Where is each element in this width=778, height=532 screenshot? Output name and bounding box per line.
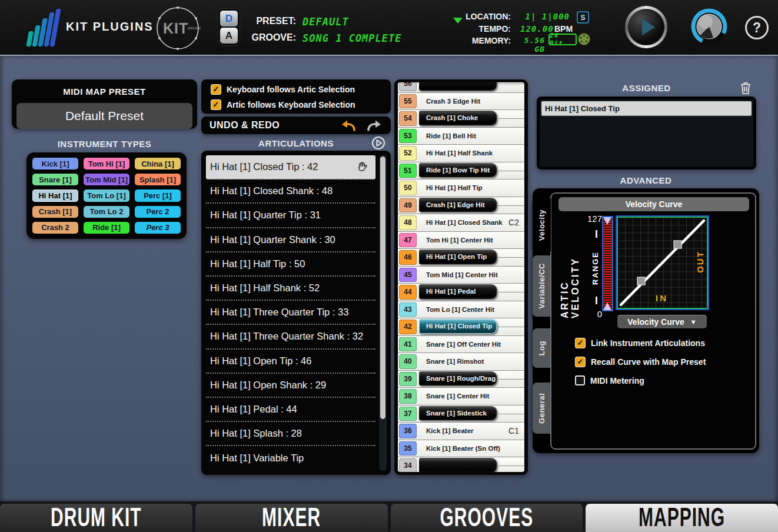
play-button[interactable]: [628, 9, 664, 45]
piano-key-38[interactable]: 38Snare [1] Center Hit: [398, 388, 524, 405]
articulation-item-hi-hat-1-quarter-shank-30[interactable]: Hi Hat [1] Quarter Shank : 30: [206, 228, 375, 252]
piano-key-47[interactable]: 47Tom Hi [1] Center Hit: [398, 232, 524, 250]
nav-tab-mapping[interactable]: MAPPING: [586, 504, 778, 532]
black-key[interactable]: [419, 458, 497, 472]
advanced-option-checkbox[interactable]: [575, 375, 585, 385]
articulation-item-hi-hat-1-half-shank-52[interactable]: Hi Hat [1] Half Shank : 52: [206, 277, 375, 301]
instrument-type-splash-1[interactable]: Splash [1]: [135, 174, 181, 185]
articulation-item-hi-hat-1-pedal-44[interactable]: Hi Hat [1] Pedal : 44: [206, 398, 375, 422]
piano-key-43[interactable]: 43Tom Lo [1] Center Hit: [398, 301, 524, 319]
preset-value[interactable]: DEFAULT: [302, 16, 349, 28]
black-key[interactable]: Crash [1] Edge Hit: [419, 198, 497, 212]
piano-key-42[interactable]: 42Hi Hat [1] Closed Tip: [398, 318, 524, 336]
piano-key-51[interactable]: 51Ride [1] Bow Tip Hit: [398, 162, 524, 180]
articulation-item-hi-hat-1-open-shank-29[interactable]: Hi Hat [1] Open Shank : 29: [206, 374, 375, 398]
instrument-type-snare-1[interactable]: Snare [1]: [32, 174, 78, 185]
black-key[interactable]: Hi Hat [1] Open Tip: [419, 250, 497, 264]
help-button[interactable]: ?: [745, 16, 769, 39]
da-converter-toggle[interactable]: D A: [218, 8, 240, 46]
follow-option-checkbox[interactable]: ✓: [211, 99, 221, 110]
piano-key-53[interactable]: 53Ride [1] Bell Hit: [398, 128, 524, 145]
redo-icon[interactable]: [366, 118, 383, 132]
piano-key-48[interactable]: 48Hi Hat [1] Closed ShankC2: [398, 214, 524, 232]
tab-velocity[interactable]: Velocity: [533, 199, 551, 251]
nav-tab-mixer[interactable]: MIXER: [195, 504, 388, 532]
articulation-item-hi-hat-1-open-tip-46[interactable]: Hi Hat [1] Open Tip : 46: [206, 350, 375, 374]
piano-key-41[interactable]: 41Snare [1] Off Center Hit: [398, 336, 524, 354]
piano-key-34[interactable]: 34: [398, 457, 524, 472]
velocity-curve-dropdown[interactable]: Velocity Curve ▼: [617, 315, 707, 328]
instrument-type-china-1[interactable]: China [1]: [135, 158, 181, 169]
tempo-value[interactable]: 120.00: [520, 24, 550, 34]
instrument-type-hi-hat-1[interactable]: Hi Hat [1]: [32, 189, 78, 201]
nav-tab-drum-kit[interactable]: DRUM KIT: [0, 504, 192, 532]
articulations-scrollbar[interactable]: [379, 155, 387, 471]
groove-dropdown-arrow-icon[interactable]: [453, 18, 463, 24]
articulation-item-hi-hat-1-closed-shank-48[interactable]: Hi Hat [1] Closed Shank : 48: [206, 179, 375, 204]
instrument-type-ride-1[interactable]: Ride [1]: [84, 222, 129, 234]
piano-key-40[interactable]: 40Snare [1] Rimshot: [398, 353, 524, 371]
digital-button[interactable]: D: [220, 11, 238, 26]
sync-button[interactable]: S: [577, 11, 589, 24]
advanced-option-checkbox[interactable]: ✓: [575, 357, 586, 367]
piano-key-44[interactable]: 44Hi Hat [1] Pedal: [398, 284, 524, 301]
analog-button[interactable]: A: [220, 28, 238, 44]
instrument-type-tom-hi-1[interactable]: Tom Hi [1]: [84, 158, 129, 169]
black-key[interactable]: Crash [1] Choke: [419, 111, 497, 125]
instrument-type-crash-2[interactable]: Crash 2: [32, 222, 78, 234]
piano-key-45[interactable]: 45Tom Mid [1] Center Hit: [398, 267, 524, 284]
instrument-type-perc-1[interactable]: Perc [1]: [135, 189, 181, 201]
instrument-type-crash-1[interactable]: Crash [1]: [32, 206, 78, 218]
piano-key-35[interactable]: 35Kick [1] Beater (Sn Off): [398, 440, 524, 458]
black-key[interactable]: Snare [1] Sidestick: [419, 406, 497, 421]
piano-key-54[interactable]: 54Crash [1] Choke: [398, 110, 524, 128]
articulation-item-hi-hat-1-closed-tip-42[interactable]: Hi Hat [1] Closed Tip : 42: [206, 155, 375, 179]
articulation-item-hi-hat-1-half-tip-50[interactable]: Hi Hat [1] Half Tip : 50: [206, 252, 375, 277]
tab-general[interactable]: General: [533, 383, 551, 434]
piano-key-55[interactable]: 55Crash 3 Edge Hit: [398, 93, 524, 111]
range-min-handle[interactable]: [603, 302, 611, 310]
piano-key-46[interactable]: 46Hi Hat [1] Open Tip: [398, 249, 524, 267]
tab-variable-cc[interactable]: Variable/CC: [533, 255, 551, 317]
velocity-range-slider[interactable]: [602, 216, 613, 311]
advanced-option-checkbox[interactable]: ✓: [575, 338, 586, 348]
instrument-type-tom-mid-1[interactable]: Tom Mid [1]: [84, 174, 129, 185]
instrument-type-kick-1[interactable]: Kick [1]: [32, 158, 78, 169]
articulation-item-hi-hat-1-three-quarter-shank-32[interactable]: Hi Hat [1] Three Quarter Shank : 32: [206, 325, 375, 349]
piano-key-56[interactable]: 56: [398, 82, 524, 93]
piano-key-39[interactable]: 39Snare [1] Rough/Drag: [398, 371, 524, 388]
groove-value[interactable]: SONG 1 COMPLETE: [302, 32, 402, 44]
curve-handle-high[interactable]: [674, 241, 681, 248]
articulation-item-hi-hat-1-splash-28[interactable]: Hi Hat [1] Splash : 28: [206, 422, 375, 446]
piano-key-52[interactable]: 52Hi Hat [1] Half Shank: [398, 145, 524, 162]
instrument-type-perc-3[interactable]: Perc 3: [135, 222, 181, 234]
piano-key-36[interactable]: 36Kick [1] BeaterC1: [398, 423, 524, 440]
piano-key-50[interactable]: 50Hi Hat [1] Half Tip: [398, 179, 524, 197]
articulation-item-hi-hat-1-three-quarter-tip-33[interactable]: Hi Hat [1] Three Quarter Tip : 33: [206, 301, 375, 325]
piano-key-49[interactable]: 49Crash [1] Edge Hit: [398, 197, 524, 215]
trash-icon[interactable]: [739, 81, 752, 95]
range-max-handle[interactable]: [603, 217, 611, 225]
undo-icon[interactable]: [340, 118, 357, 132]
volume-knob[interactable]: [690, 7, 729, 46]
piano-key-37[interactable]: 37Snare [1] Sidestick: [398, 405, 524, 423]
bit-depth-badge[interactable]: 24 Bit: [548, 34, 577, 45]
black-key-selected[interactable]: Hi Hat [1] Closed Tip: [419, 319, 497, 334]
instrument-type-tom-lo-2[interactable]: Tom Lo 2: [84, 206, 129, 218]
black-key[interactable]: Snare [1] Rough/Drag: [419, 371, 497, 386]
velocity-curve-graph[interactable]: IN OUT: [616, 215, 709, 310]
articulation-item-hi-hat-1-variable-tip[interactable]: Hi Hat [1] Variable Tip: [206, 446, 375, 470]
instrument-type-tom-lo-1[interactable]: Tom Lo [1]: [84, 189, 129, 201]
articulations-scrollbar-thumb[interactable]: [380, 157, 385, 419]
assigned-item[interactable]: Hi Hat [1] Closed Tip: [541, 101, 752, 116]
black-key[interactable]: [419, 82, 497, 91]
tab-log[interactable]: Log: [533, 328, 551, 368]
articulation-audition-icon[interactable]: [371, 136, 385, 150]
black-key[interactable]: Hi Hat [1] Pedal: [419, 284, 497, 299]
nav-tab-grooves[interactable]: GROOVES: [391, 504, 583, 532]
articulation-item-hi-hat-1-quarter-tip-31[interactable]: Hi Hat [1] Quarter Tip : 31: [206, 204, 375, 228]
midi-map-preset-button[interactable]: Default Preset: [16, 103, 192, 129]
follow-option-checkbox[interactable]: ✓: [211, 84, 221, 95]
instrument-type-perc-2[interactable]: Perc 2: [135, 206, 181, 218]
black-key[interactable]: Ride [1] Bow Tip Hit: [419, 163, 497, 178]
